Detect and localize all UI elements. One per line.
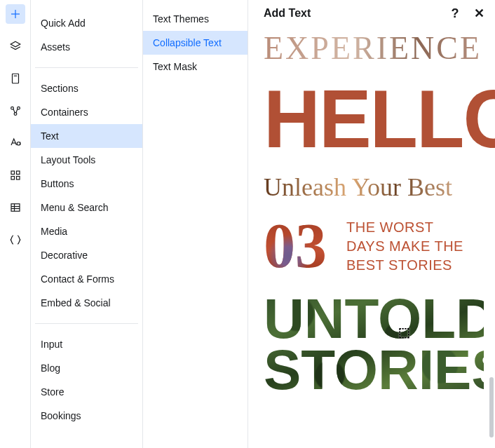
category-item-menu-search[interactable]: Menu & Search	[31, 196, 142, 219]
subcategory-item-text-themes[interactable]: Text Themes	[143, 7, 248, 31]
preview-scroll[interactable]: EXPERIENCE HELLO Unleash Your Best 03 TH…	[248, 27, 495, 448]
ordinal-lines: THE WORST DAYS MAKE THE BEST STORIES	[346, 219, 463, 273]
category-item-store[interactable]: Store	[31, 380, 142, 404]
page-icon[interactable]	[6, 69, 25, 88]
category-item-input[interactable]: Input	[31, 332, 142, 356]
ordinal-line: THE WORST	[346, 219, 463, 236]
category-item-text[interactable]: Text	[31, 124, 142, 148]
ordinal-line: DAYS MAKE THE	[346, 238, 463, 254]
categories-column: Quick AddAssets SectionsContainersTextLa…	[31, 0, 143, 448]
panel-title: Add Text	[264, 7, 440, 20]
data-icon[interactable]	[6, 198, 25, 217]
category-item-quick-add[interactable]: Quick Add	[31, 11, 142, 35]
category-item-sections[interactable]: Sections	[31, 76, 142, 100]
svg-rect-14	[16, 171, 20, 175]
category-item-assets[interactable]: Assets	[31, 35, 142, 59]
untold-line: STORIES	[264, 344, 484, 396]
preview-panel: Add Text ? ✕ EXPERIENCE HELLO Unleash Yo…	[248, 0, 495, 448]
svg-rect-17	[11, 204, 20, 212]
category-item-buttons[interactable]: Buttons	[31, 172, 142, 196]
svg-rect-15	[11, 177, 15, 180]
text-preset-experience[interactable]: EXPERIENCE	[264, 32, 484, 65]
category-item-layout-tools[interactable]: Layout Tools	[31, 148, 142, 172]
svg-rect-16	[16, 177, 20, 180]
subcategory-item-collapsible-text[interactable]: Collapsible Text	[143, 31, 248, 55]
left-icon-rail	[0, 0, 31, 448]
subcategories-column: Text ThemesCollapsible TextText Mask	[143, 0, 248, 448]
category-item-blog[interactable]: Blog	[31, 356, 142, 380]
scrollbar-thumb[interactable]	[489, 377, 494, 437]
svg-rect-3	[12, 74, 18, 83]
category-item-contact-forms[interactable]: Contact & Forms	[31, 267, 142, 291]
text-preset-unleash[interactable]: Unleash Your Best	[264, 175, 484, 200]
text-preset-ordinal[interactable]: 03 THE WORST DAYS MAKE THE BEST STORIES	[264, 219, 484, 273]
category-divider	[35, 67, 138, 68]
text-preset-untold-stories[interactable]: UNTOLD STORIES ⬚	[264, 293, 484, 396]
panel-header: Add Text ? ✕	[248, 0, 495, 27]
svg-line-8	[13, 109, 15, 113]
svg-line-9	[15, 109, 17, 113]
plus-icon[interactable]	[6, 4, 25, 24]
category-item-containers[interactable]: Containers	[31, 100, 142, 124]
ordinal-number: 03	[264, 221, 327, 271]
layers-icon[interactable]	[6, 36, 25, 56]
close-icon[interactable]: ✕	[470, 4, 488, 22]
text-preset-hello[interactable]: HELLO	[264, 82, 484, 156]
apps-icon[interactable]	[6, 165, 25, 185]
typography-icon[interactable]	[6, 133, 25, 153]
svg-point-11	[17, 142, 20, 146]
help-icon[interactable]: ?	[446, 4, 464, 22]
svg-rect-13	[11, 171, 15, 175]
subcategory-item-text-mask[interactable]: Text Mask	[143, 55, 248, 79]
svg-marker-2	[11, 41, 20, 47]
category-item-embed-social[interactable]: Embed & Social	[31, 291, 142, 315]
connections-icon[interactable]	[6, 101, 25, 121]
category-item-media[interactable]: Media	[31, 219, 142, 243]
code-icon[interactable]	[6, 230, 25, 250]
ordinal-line: BEST STORIES	[346, 257, 463, 273]
category-divider	[35, 323, 138, 324]
untold-line: UNTOLD	[264, 293, 484, 345]
category-item-decorative[interactable]: Decorative	[31, 243, 142, 267]
category-item-bookings[interactable]: Bookings	[31, 404, 142, 428]
